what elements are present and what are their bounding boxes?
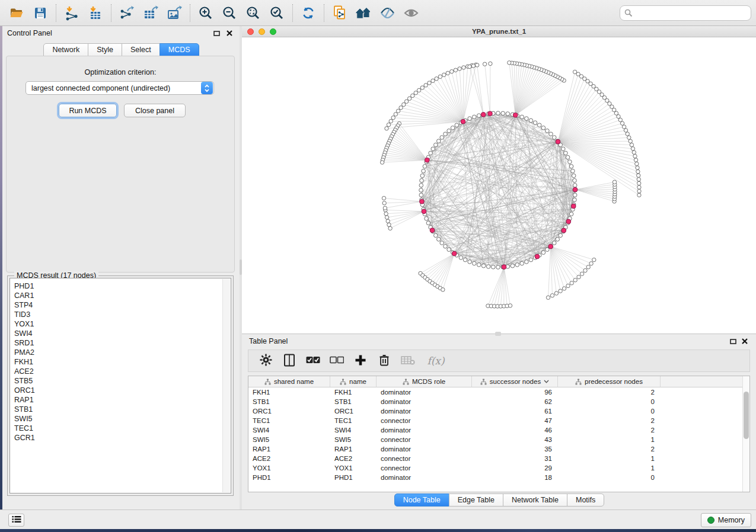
network-leaf-node[interactable] xyxy=(592,258,596,261)
network-leaf-node[interactable] xyxy=(508,304,512,307)
network-leaf-node[interactable] xyxy=(385,127,388,130)
export-image-button[interactable] xyxy=(162,2,186,24)
network-ring-node[interactable] xyxy=(553,136,557,140)
select-all-button[interactable] xyxy=(304,352,322,370)
clone-network-button[interactable] xyxy=(328,2,352,24)
network-mcds-node[interactable] xyxy=(548,244,553,249)
network-leaf-node[interactable] xyxy=(586,265,590,269)
table-row[interactable]: FKH1FKH1dominator962 xyxy=(248,387,749,397)
network-ring-node[interactable] xyxy=(559,233,563,238)
delete-columns-button[interactable] xyxy=(399,352,417,370)
network-leaf-node[interactable] xyxy=(450,70,454,73)
mcds-result-item[interactable]: PMA2 xyxy=(14,348,231,357)
network-leaf-node[interactable] xyxy=(570,281,573,285)
network-leaf-node[interactable] xyxy=(396,109,400,113)
network-leaf-node[interactable] xyxy=(387,223,391,226)
network-leaf-node[interactable] xyxy=(566,284,570,287)
table-row[interactable]: TEC1TEC1connector472 xyxy=(248,416,749,425)
save-session-button[interactable] xyxy=(28,2,52,24)
network-leaf-node[interactable] xyxy=(562,287,566,290)
network-leaf-node[interactable] xyxy=(559,289,562,293)
network-leaf-node[interactable] xyxy=(446,71,449,75)
network-mcds-node[interactable] xyxy=(566,219,571,224)
optimization-criterion-select[interactable]: largest connected component (undirected) xyxy=(25,81,214,95)
network-ring-node[interactable] xyxy=(440,241,444,245)
network-ring-node[interactable] xyxy=(573,178,577,182)
network-ring-node[interactable] xyxy=(533,121,537,125)
network-ring-node[interactable] xyxy=(473,261,477,265)
network-ring-node[interactable] xyxy=(429,151,433,155)
table-row[interactable]: STB1STB1dominator620 xyxy=(248,397,749,406)
network-window-titlebar[interactable]: YPA_prune.txt_1 xyxy=(242,26,756,37)
network-ring-node[interactable] xyxy=(520,115,524,119)
network-leaf-node[interactable] xyxy=(471,64,475,68)
network-ring-node[interactable] xyxy=(444,245,448,249)
network-ring-node[interactable] xyxy=(447,248,451,252)
network-ring-node[interactable] xyxy=(486,265,490,269)
network-ring-node[interactable] xyxy=(463,258,467,262)
search-input[interactable] xyxy=(620,5,751,21)
mcds-result-item[interactable]: STB1 xyxy=(14,405,231,414)
close-panel-button[interactable]: Close panel xyxy=(124,104,186,117)
network-leaf-node[interactable] xyxy=(442,73,446,76)
network-mcds-node[interactable] xyxy=(535,254,540,259)
network-ring-node[interactable] xyxy=(566,155,570,159)
tab-network[interactable]: Network xyxy=(43,43,88,56)
column-header-predecessor-nodes[interactable]: predecessor nodes xyxy=(558,376,661,387)
network-ring-node[interactable] xyxy=(459,256,463,260)
apply-layout-button[interactable] xyxy=(296,2,320,24)
network-leaf-node[interactable] xyxy=(382,201,386,205)
tab-motifs[interactable]: Motifs xyxy=(567,493,604,507)
network-ring-node[interactable] xyxy=(426,221,430,225)
delete-rows-button[interactable] xyxy=(375,352,393,370)
network-mcds-node[interactable] xyxy=(562,228,566,233)
table-row[interactable]: ACE2ACE2connector311 xyxy=(248,454,749,463)
network-leaf-node[interactable] xyxy=(462,66,465,69)
column-header-shared-name[interactable]: shared name xyxy=(248,376,330,387)
network-leaf-node[interactable] xyxy=(414,91,417,95)
network-leaf-node[interactable] xyxy=(417,88,420,92)
network-leaf-node[interactable] xyxy=(388,226,392,230)
mcds-result-item[interactable]: SRD1 xyxy=(14,338,231,348)
control-panel-close-button[interactable] xyxy=(224,28,235,38)
mcds-result-item[interactable]: STB5 xyxy=(14,376,231,386)
network-ring-node[interactable] xyxy=(477,263,481,267)
tab-style[interactable]: Style xyxy=(88,43,122,56)
network-mcds-node[interactable] xyxy=(422,209,426,214)
network-ring-node[interactable] xyxy=(422,169,426,173)
export-network-button[interactable] xyxy=(115,2,139,24)
table-panel-float-button[interactable] xyxy=(728,336,738,346)
network-leaf-node[interactable] xyxy=(637,181,641,185)
network-leaf-node[interactable] xyxy=(508,61,511,65)
memory-button[interactable]: Memory xyxy=(701,513,751,527)
network-leaf-node[interactable] xyxy=(630,143,633,146)
network-leaf-node[interactable] xyxy=(637,178,640,181)
network-ring-node[interactable] xyxy=(549,132,553,136)
network-leaf-node[interactable] xyxy=(618,118,622,121)
network-ring-node[interactable] xyxy=(437,238,441,242)
tab-network-table[interactable]: Network Table xyxy=(503,493,567,507)
network-leaf-node[interactable] xyxy=(613,180,616,184)
network-leaf-node[interactable] xyxy=(454,68,457,72)
control-panel-float-button[interactable] xyxy=(211,28,222,38)
task-history-button[interactable] xyxy=(8,514,24,527)
network-leaf-node[interactable] xyxy=(573,278,577,282)
network-ring-node[interactable] xyxy=(419,184,423,188)
import-table-button[interactable] xyxy=(84,2,107,24)
network-ring-node[interactable] xyxy=(419,193,423,197)
network-leaf-node[interactable] xyxy=(431,79,435,82)
network-leaf-node[interactable] xyxy=(385,216,388,219)
network-ring-node[interactable] xyxy=(564,151,568,155)
table-row[interactable]: SWI5SWI5connector431 xyxy=(248,435,749,444)
show-hidden-button[interactable] xyxy=(399,2,423,24)
network-leaf-node[interactable] xyxy=(583,268,587,272)
network-ring-node[interactable] xyxy=(573,193,577,197)
network-ring-node[interactable] xyxy=(477,114,481,118)
zoom-fit-button[interactable] xyxy=(241,2,265,24)
mcds-result-item[interactable]: YOX1 xyxy=(14,319,231,329)
add-row-button[interactable] xyxy=(352,352,369,370)
table-row[interactable]: YOX1YOX1connector291 xyxy=(248,463,749,473)
network-leaf-node[interactable] xyxy=(384,212,388,216)
network-leaf-node[interactable] xyxy=(420,86,424,89)
table-row[interactable]: ORC1ORC1dominator610 xyxy=(248,406,749,416)
